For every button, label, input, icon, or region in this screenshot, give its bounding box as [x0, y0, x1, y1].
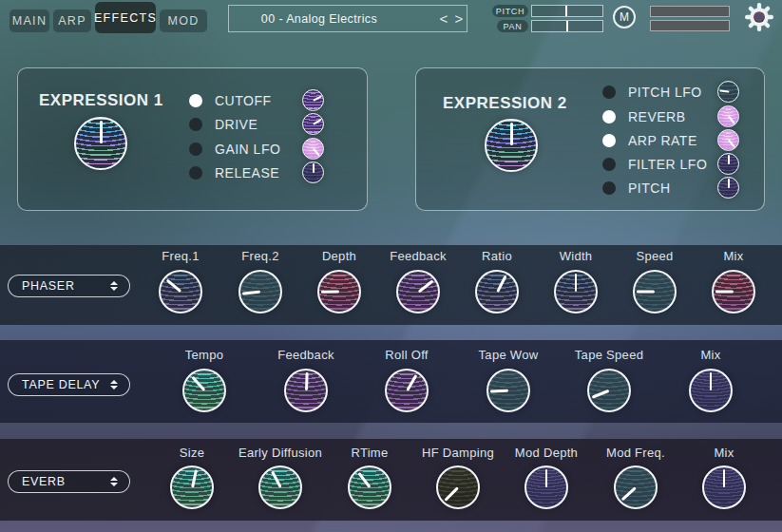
tape-tempo-knob[interactable]: [182, 369, 226, 412]
knob-pointer: [496, 275, 506, 292]
radio-dot[interactable]: [602, 134, 616, 147]
everb-size-knob[interactable]: [170, 466, 214, 509]
radio-dot[interactable]: [189, 118, 202, 131]
tape-feedback-knob[interactable]: [284, 369, 328, 412]
expression2-param-reverb: REVERB: [602, 105, 739, 127]
param-label: DRIVE: [215, 117, 302, 132]
effect1-selector[interactable]: PHASER: [8, 275, 130, 297]
tape-wow-knob[interactable]: [486, 369, 530, 412]
knob-pointer: [357, 472, 371, 488]
knob-pointer: [575, 274, 578, 292]
param-label: CUTOFF: [215, 93, 302, 108]
knob-pointer: [710, 372, 713, 390]
tab-arp[interactable]: ARP: [53, 10, 91, 32]
param-label: PITCH: [628, 180, 717, 196]
phaser-mix-knob[interactable]: [712, 270, 755, 314]
pitch-mini-knob[interactable]: [717, 177, 739, 199]
phaser-ratio-knob[interactable]: [475, 270, 519, 314]
knob-pointer: [165, 279, 181, 293]
tape-speed-knob[interactable]: [587, 369, 631, 412]
level-meter-bar-right: [650, 20, 730, 31]
expression2-knob[interactable]: [485, 119, 538, 172]
knob-pointer: [321, 291, 339, 294]
knob-pointer: [637, 291, 655, 294]
knob-pointer: [191, 469, 197, 487]
radio-dot[interactable]: [602, 158, 616, 171]
arp-rate-mini-knob[interactable]: [717, 129, 739, 151]
expression1-param-drive: DRIVE: [189, 113, 324, 135]
knob-pointer: [191, 376, 205, 391]
phaser-speed-knob[interactable]: [633, 270, 677, 314]
reverb-mini-knob[interactable]: [717, 105, 739, 127]
knob-pointer: [313, 119, 321, 125]
knob-pointer: [723, 469, 726, 487]
expression1-panel: EXPRESSION 1 CUTOFF DRIVE GAIN LFO: [17, 67, 368, 211]
knob-pointer: [490, 390, 508, 393]
everb-early-diffusion-knob[interactable]: [258, 466, 302, 509]
effect2-selector[interactable]: TAPE DELAY: [8, 373, 130, 396]
expression2-title: EXPRESSION 2: [443, 94, 567, 113]
everb-mix-knob[interactable]: [702, 466, 746, 509]
chevron-updown-icon: [110, 477, 118, 486]
plugin-window: MAIN ARP EFFECTS MOD 00 - Analog Electri…: [0, 0, 782, 532]
everb-rtime-knob[interactable]: [348, 466, 391, 509]
tape-mix-knob[interactable]: [689, 369, 733, 412]
everb-mod-freq-knob[interactable]: [614, 466, 658, 509]
effect3-selector[interactable]: EVERB: [8, 470, 130, 493]
knob-pointer: [621, 486, 637, 501]
radio-dot[interactable]: [602, 181, 616, 195]
expression1-knob[interactable]: [74, 117, 127, 170]
knob-label: Mix: [672, 249, 782, 263]
pitch-slider[interactable]: [531, 5, 603, 17]
gear-icon[interactable]: [744, 2, 774, 32]
pitch-slider-handle[interactable]: [565, 6, 567, 16]
everb-hf-damping-knob[interactable]: [436, 466, 480, 509]
expression2-param-pitch: PITCH: [602, 177, 739, 199]
tape-rolloff-knob[interactable]: [385, 369, 429, 412]
knob-pointer: [313, 163, 315, 173]
param-label: REVERB: [628, 109, 717, 124]
pitch-lfo-mini-knob[interactable]: [717, 81, 739, 103]
radio-dot[interactable]: [602, 110, 616, 124]
expression2-param-arp-rate: ARP RATE: [602, 129, 739, 151]
knob-pointer: [271, 470, 281, 487]
phaser-freq1-knob[interactable]: [159, 270, 202, 314]
chevron-updown-icon: [110, 281, 118, 291]
filter-lfo-mini-knob[interactable]: [717, 153, 739, 175]
level-meter-bar-left: [650, 6, 730, 17]
pan-slider-handle[interactable]: [566, 21, 568, 31]
drive-mini-knob[interactable]: [302, 113, 324, 135]
radio-dot[interactable]: [602, 86, 616, 99]
knob-label: Mix: [662, 446, 782, 460]
expression1-param-release: RELEASE: [189, 162, 324, 183]
param-label: FILTER LFO: [628, 157, 717, 172]
preset-selector[interactable]: 00 - Analog Electrics < >: [228, 5, 467, 32]
knob-pointer: [545, 469, 548, 487]
knob-label: Mix: [649, 348, 772, 362]
release-mini-knob[interactable]: [302, 162, 324, 183]
knob-pointer: [242, 291, 260, 295]
expression2-panel: EXPRESSION 2 PITCH LFO REVERB ARP RATE: [415, 67, 765, 211]
radio-dot[interactable]: [189, 94, 202, 107]
phaser-depth-knob[interactable]: [317, 270, 361, 314]
tab-effects[interactable]: EFFECTS: [95, 2, 156, 33]
radio-dot[interactable]: [189, 166, 202, 180]
phaser-width-knob[interactable]: [554, 270, 598, 314]
tab-main[interactable]: MAIN: [10, 10, 49, 32]
phaser-feedback-knob[interactable]: [396, 270, 440, 314]
param-label: RELEASE: [215, 165, 302, 180]
preset-name: 00 - Analog Electrics: [229, 12, 436, 26]
radio-dot[interactable]: [189, 142, 202, 156]
phaser-freq2-knob[interactable]: [238, 270, 282, 314]
tab-mod[interactable]: MOD: [160, 10, 207, 32]
mute-button[interactable]: M: [613, 6, 636, 28]
pan-label: PAN: [497, 20, 528, 32]
preset-prev-button[interactable]: <: [436, 10, 451, 27]
cutoff-mini-knob[interactable]: [302, 89, 324, 111]
expression1-title: EXPRESSION 1: [39, 91, 163, 110]
gain-lfo-mini-knob[interactable]: [302, 138, 324, 160]
knob-pointer: [728, 155, 730, 164]
pan-slider[interactable]: [531, 20, 603, 32]
preset-next-button[interactable]: >: [451, 10, 467, 27]
everb-mod-depth-knob[interactable]: [525, 466, 568, 509]
